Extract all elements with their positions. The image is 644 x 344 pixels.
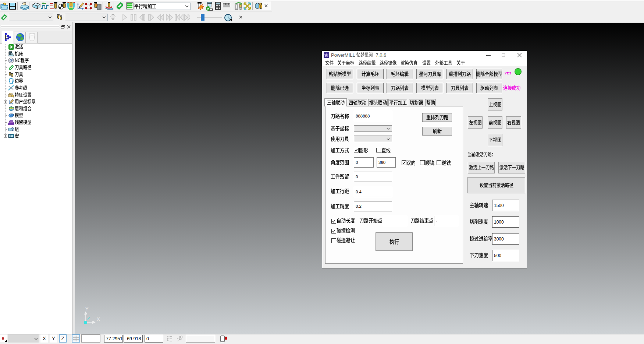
- svg-text:Y: Y: [85, 307, 89, 312]
- svg-text:Z: Z: [87, 316, 90, 321]
- svg-text:X: X: [97, 316, 100, 322]
